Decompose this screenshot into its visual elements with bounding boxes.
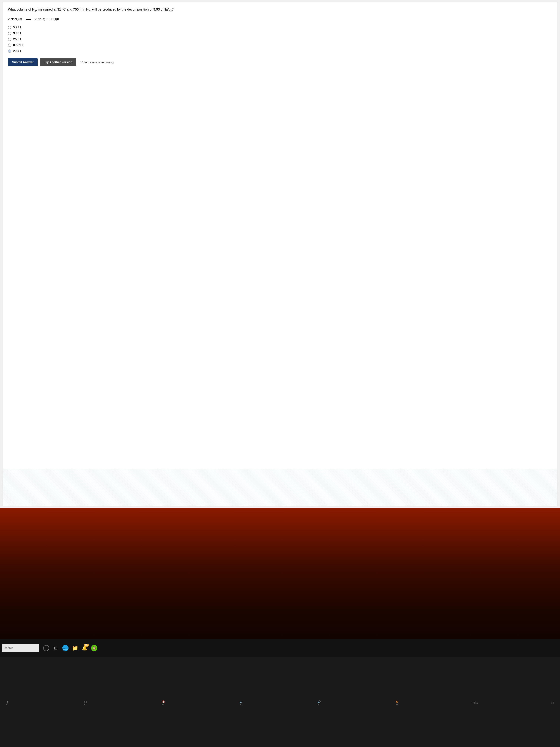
- radio-4[interactable]: [8, 44, 11, 47]
- option-1[interactable]: 5.79 L: [8, 26, 552, 29]
- products-label: 2 Na(s) + 3 N2(g): [35, 17, 59, 21]
- wave-overlay: [3, 469, 557, 506]
- radio-3[interactable]: [8, 37, 11, 41]
- edge-browser-icon[interactable]: [62, 645, 69, 651]
- buttons-row: Submit Answer Try Another Version 10 ite…: [8, 58, 552, 66]
- f8-key[interactable]: F8: [549, 702, 556, 704]
- brightness-icon: ☀: [4, 700, 11, 703]
- option-5-label: 2.57 L: [13, 49, 22, 53]
- play-pause-icon: ▷∥: [82, 700, 89, 703]
- prtscn-key[interactable]: PrtScn: [471, 702, 478, 704]
- attempts-remaining-text: 10 item attempts remaining: [80, 61, 113, 64]
- volume-down-icon: 🔉: [237, 700, 245, 703]
- windows-search-icon[interactable]: [43, 645, 50, 651]
- volume-up-icon: 🔊: [315, 700, 323, 703]
- option-4-label: 0.591 L: [13, 43, 24, 47]
- notification-badge: 99+: [84, 644, 89, 647]
- file-explorer-icon[interactable]: 📁: [72, 645, 79, 651]
- f3-key[interactable]: ▷∥ F3: [82, 700, 89, 705]
- question-text: What volume of N2, measured at 31 °C and…: [8, 7, 552, 12]
- search-circle: [43, 645, 49, 651]
- keyboard-area: ☀ F2 ▷∥ F3 🔇 F4 🔉 F5 🔊 F6 🔆 F7 PrtScn F8: [0, 657, 560, 747]
- content-area: What volume of N2, measured at 31 °C and…: [3, 2, 557, 506]
- option-5[interactable]: 2.57 L: [8, 49, 552, 53]
- reaction-arrow: ⟶: [26, 17, 31, 22]
- option-1-label: 5.79 L: [13, 26, 22, 29]
- radio-5[interactable]: [8, 49, 11, 53]
- f7-key[interactable]: 🔆 F7: [393, 700, 401, 705]
- option-4[interactable]: 0.591 L: [8, 43, 552, 47]
- f6-key[interactable]: 🔊 F6: [315, 700, 323, 705]
- try-another-version-button[interactable]: Try Another Version: [40, 58, 76, 66]
- taskbar: ⊞ 📁 🔔 99+ 🦉: [0, 639, 560, 657]
- f5-key[interactable]: 🔉 F5: [237, 700, 245, 705]
- radio-1[interactable]: [8, 26, 11, 29]
- option-3-label: 25.6 L: [13, 37, 22, 41]
- option-3[interactable]: 25.6 L: [8, 37, 552, 41]
- radio-2[interactable]: [8, 32, 11, 35]
- brightness-down-icon: 🔆: [393, 700, 401, 703]
- notification-icon[interactable]: 🔔 99+: [81, 645, 88, 651]
- taskbar-search-input[interactable]: [2, 644, 39, 652]
- taskbar-icons: ⊞ 📁 🔔 99+ 🦉: [43, 645, 98, 651]
- mute-icon: 🔇: [159, 700, 167, 703]
- task-view-button[interactable]: ⊞: [52, 645, 59, 651]
- reactant-label: 2 NaN3(s): [8, 17, 22, 21]
- folder-icon: 📁: [72, 645, 78, 651]
- edge-icon: [62, 645, 69, 651]
- answer-options: 5.79 L 3.86 L 25.6 L 0.591 L 2.57 L: [8, 26, 552, 53]
- option-2[interactable]: 3.86 L: [8, 31, 552, 35]
- reaction-equation: 2 NaN3(s) ⟶ 2 Na(s) + 3 N2(g): [8, 17, 552, 22]
- f4-key[interactable]: 🔇 F4: [159, 700, 167, 705]
- desktop-area: ⊞ 📁 🔔 99+ 🦉: [0, 508, 560, 657]
- browser-window: What volume of N2, measured at 31 °C and…: [0, 0, 560, 508]
- function-keys-row: ☀ F2 ▷∥ F3 🔇 F4 🔉 F5 🔊 F6 🔆 F7 PrtScn F8: [4, 700, 556, 705]
- duo-owl-icon: 🦉: [91, 645, 98, 651]
- duolingo-icon[interactable]: 🦉: [91, 645, 98, 651]
- f2-key[interactable]: ☀ F2: [4, 700, 11, 705]
- option-2-label: 3.86 L: [13, 31, 22, 35]
- task-view-icon: ⊞: [54, 646, 57, 650]
- submit-answer-button[interactable]: Submit Answer: [8, 58, 37, 66]
